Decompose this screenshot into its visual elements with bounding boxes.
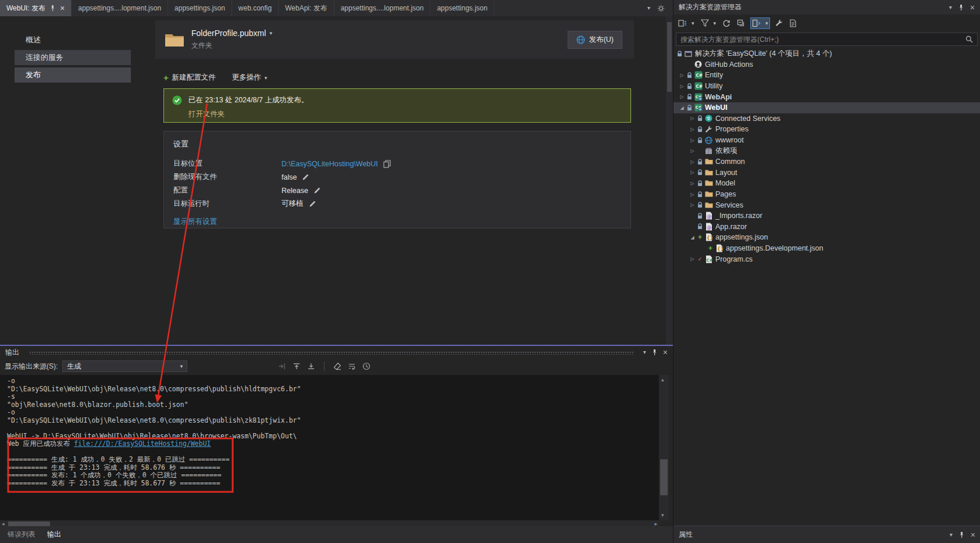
collapse-all-icon[interactable] <box>736 17 746 29</box>
tree-item-webapi[interactable]: ▷C#WebApi <box>673 91 980 102</box>
scrollbar-thumb[interactable] <box>667 22 672 92</box>
tree-item-program-cs[interactable]: ▷✓C#Program.cs <box>673 253 980 265</box>
tree-item-layout[interactable]: ▷Layout <box>673 167 980 178</box>
document-tab-webapi[interactable]: WebApi: 发布 <box>279 0 334 16</box>
scroll-down-icon[interactable]: ▾ <box>661 513 664 518</box>
setting-value[interactable]: D:\EasySQLiteHosting\WebUI <box>281 160 378 168</box>
output-source-dropdown[interactable]: 生成 ▾ <box>62 360 187 372</box>
settings-row-2: 配置Release <box>173 184 621 197</box>
filter-icon[interactable]: ▾ <box>700 17 718 29</box>
razor-file-icon: @ <box>704 212 714 220</box>
web-project-icon: C# <box>693 93 703 101</box>
prev-message-icon[interactable] <box>293 362 301 370</box>
publish-nav-item-2[interactable]: 发布 <box>15 67 131 83</box>
sync-with-active-document-icon[interactable]: ▾ <box>750 17 770 29</box>
document-tab-webui[interactable]: WebUI: 发布× <box>0 0 72 16</box>
pencil-icon[interactable] <box>313 187 321 194</box>
tab-label: WebApi: 发布 <box>285 3 327 13</box>
tree-item-connected-services[interactable]: ▷Connected Services <box>673 113 980 124</box>
expander-collapsed-icon[interactable]: ▷ <box>689 256 696 262</box>
next-message-icon[interactable] <box>307 362 315 370</box>
search-icon[interactable] <box>965 35 973 43</box>
pencil-icon[interactable] <box>302 173 309 181</box>
word-wrap-icon[interactable] <box>348 362 356 370</box>
tree-item-properties[interactable]: ▷Properties <box>673 124 980 135</box>
output-line: Web 应用已成功发布 file:///D:/EasySQLiteHosting… <box>7 440 659 448</box>
document-tab-web-config[interactable]: web.config <box>232 0 279 16</box>
tree-item-label: Properties <box>715 125 749 133</box>
copy-icon[interactable] <box>383 160 391 168</box>
output-link[interactable]: file:///D:/EasySQLiteHosting/WebUI <box>74 440 211 448</box>
chevron-down-icon[interactable]: ▾ <box>949 5 952 10</box>
tree-item-imports-razor[interactable]: @_Imports.razor <box>673 210 980 222</box>
tree-item-label: GitHub Actions <box>705 60 753 69</box>
pin-icon[interactable] <box>49 5 56 12</box>
tree-item-easysqlite-4-4[interactable]: 解决方案 'EasySQLite' (4 个项目，共 4 个) <box>673 48 980 59</box>
scrollbar-thumb[interactable] <box>8 521 50 526</box>
switch-views-icon[interactable]: ▾ <box>677 17 696 29</box>
window-options-gear-icon[interactable] <box>657 5 665 12</box>
chevron-down-icon[interactable]: ▾ <box>643 349 646 355</box>
bottom-tab-item-0[interactable]: 错误列表 <box>8 530 35 540</box>
tree-item-utility[interactable]: ▷C#Utility <box>673 81 980 92</box>
document-scrollbar[interactable] <box>666 16 673 345</box>
pin-icon[interactable] <box>958 4 964 11</box>
scroll-up-icon[interactable]: ▴ <box>661 377 664 383</box>
expander-collapsed-icon[interactable]: ▷ <box>689 148 696 153</box>
tree-item-appsettings-development-json[interactable]: +{}appsettings.Development.json <box>673 243 980 254</box>
svg-text:@: @ <box>707 214 711 219</box>
tree-item-pages[interactable]: ▷Pages <box>673 189 980 200</box>
bottom-tab-item-1[interactable]: 输出 <box>47 530 61 540</box>
output-vertical-scrollbar[interactable]: ▴ ▾ <box>659 375 669 520</box>
pin-icon[interactable] <box>651 349 658 356</box>
timestamp-clock-icon[interactable] <box>362 362 370 370</box>
setting-label: 目标运行时 <box>173 199 281 209</box>
publish-button[interactable]: 发布(U) <box>568 31 622 49</box>
document-tab-appsettings-json[interactable]: appsettings.json <box>430 0 494 16</box>
tree-item-item-9[interactable]: ▷依赖项 <box>673 145 980 156</box>
goto-message-icon[interactable] <box>278 362 286 370</box>
tab-label: WebUI: 发布 <box>6 3 45 13</box>
tree-item-services[interactable]: ▷Services <box>673 199 980 210</box>
connected-services-icon <box>704 115 714 122</box>
output-line: "D:\EasySQLite\WebUI\obj\Release\net8.0\… <box>7 417 659 425</box>
tab-list-chevron-icon[interactable]: ▾ <box>647 5 650 11</box>
tree-item-wwwroot[interactable]: ▷wwwroot <box>673 135 980 146</box>
properties-wrench-icon[interactable] <box>774 17 784 29</box>
expander-expanded-icon[interactable]: ◢ <box>689 235 696 240</box>
document-tab-appsettings-lopment-json[interactable]: appsettings....lopment.json <box>334 0 431 16</box>
tree-item-entity[interactable]: ▷C#Entity <box>673 70 980 81</box>
chevron-down-icon[interactable]: ▾ <box>269 30 272 36</box>
panel-drag-grip[interactable] <box>29 351 633 355</box>
show-all-files-icon[interactable] <box>788 17 798 29</box>
open-folder-link[interactable]: 打开文件夹 <box>188 109 308 119</box>
tree-item-github-actions[interactable]: GitHub Actions <box>673 59 980 70</box>
pin-icon[interactable] <box>958 531 965 538</box>
clear-all-icon[interactable] <box>333 362 341 370</box>
chevron-down-icon[interactable]: ▾ <box>950 532 953 538</box>
close-icon[interactable]: × <box>971 531 975 539</box>
output-text[interactable]: -o"D:\EasySQLite\WebUI\obj\Release\net8.… <box>0 375 659 520</box>
publish-nav-item-0[interactable]: 概述 <box>15 33 131 48</box>
search-input[interactable] <box>680 35 962 44</box>
tree-item-model[interactable]: ▷Model <box>673 178 980 189</box>
document-tab-appsettings-lopment-json[interactable]: appsettings....lopment.json <box>72 0 168 16</box>
new-profile-button[interactable]: + 新建配置文件 <box>163 73 216 83</box>
tree-item-webui[interactable]: ◢C#WebUI <box>673 102 980 113</box>
more-actions-button[interactable]: 更多操作 ▾ <box>232 73 268 83</box>
profile-name[interactable]: FolderProfile.pubxml <box>191 28 266 38</box>
publish-nav-item-1[interactable]: 连接的服务 <box>15 50 131 65</box>
close-icon[interactable]: × <box>663 348 668 356</box>
close-icon[interactable]: × <box>60 3 65 13</box>
document-tab-appsettings-json[interactable]: appsettings.json <box>168 0 232 16</box>
tree-item-app-razor[interactable]: @App.razor <box>673 222 980 233</box>
tree-item-appsettings-json[interactable]: ◢+{}appsettings.json <box>673 232 980 243</box>
show-all-settings-link[interactable]: 显示所有设置 <box>173 217 621 227</box>
pencil-icon[interactable] <box>309 200 316 208</box>
close-icon[interactable]: × <box>970 3 975 12</box>
scrollbar-thumb[interactable] <box>660 459 668 495</box>
tree-item-label: 解决方案 'EasySQLite' (4 个项目，共 4 个) <box>695 49 832 59</box>
tree-item-common[interactable]: ▷Common <box>673 156 980 167</box>
json-file-icon: {} <box>704 233 714 241</box>
refresh-icon[interactable] <box>721 17 732 29</box>
